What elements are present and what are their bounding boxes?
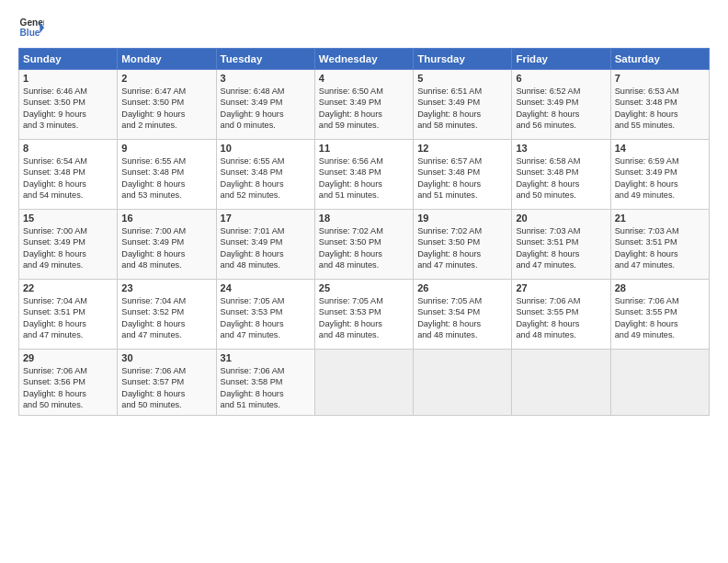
calendar-cell: 23Sunrise: 7:04 AMSunset: 3:52 PMDayligh… [118,280,216,350]
calendar-cell: 30Sunrise: 7:06 AMSunset: 3:57 PMDayligh… [118,350,216,416]
week-row-2: 8Sunrise: 6:54 AMSunset: 3:48 PMDaylight… [19,140,710,210]
header: General Blue [18,15,710,40]
cell-content: Sunrise: 6:47 AMSunset: 3:50 PMDaylight:… [121,86,211,132]
calendar-cell: 21Sunrise: 7:03 AMSunset: 3:51 PMDayligh… [610,210,709,280]
day-number: 12 [417,143,507,154]
calendar-cell: 20Sunrise: 7:03 AMSunset: 3:51 PMDayligh… [512,210,610,280]
calendar-header-row: SundayMondayTuesdayWednesdayThursdayFrid… [19,49,710,70]
cell-content: Sunrise: 6:59 AMSunset: 3:49 PMDaylight:… [615,155,705,201]
cell-content: Sunrise: 7:05 AMSunset: 3:53 PMDaylight:… [221,295,311,341]
day-number: 1 [23,73,113,84]
cell-content: Sunrise: 6:52 AMSunset: 3:49 PMDaylight:… [516,86,606,132]
calendar-cell: 19Sunrise: 7:02 AMSunset: 3:50 PMDayligh… [414,210,512,280]
day-header-monday: Monday [118,49,216,70]
svg-text:Blue: Blue [20,28,40,38]
cell-content: Sunrise: 7:06 AMSunset: 3:56 PMDaylight:… [23,365,113,411]
calendar-cell: 31Sunrise: 7:06 AMSunset: 3:58 PMDayligh… [216,350,314,416]
calendar-cell: 9Sunrise: 6:55 AMSunset: 3:48 PMDaylight… [118,140,216,210]
calendar-cell [512,350,610,416]
week-row-1: 1Sunrise: 6:46 AMSunset: 3:50 PMDaylight… [19,70,710,140]
day-number: 7 [615,73,705,84]
calendar-cell: 2Sunrise: 6:47 AMSunset: 3:50 PMDaylight… [118,70,216,140]
day-header-saturday: Saturday [610,49,709,70]
calendar-cell: 3Sunrise: 6:48 AMSunset: 3:49 PMDaylight… [216,70,314,140]
logo: General Blue [18,15,44,40]
calendar-cell: 11Sunrise: 6:56 AMSunset: 3:48 PMDayligh… [314,140,413,210]
calendar-cell: 16Sunrise: 7:00 AMSunset: 3:49 PMDayligh… [118,210,216,280]
cell-content: Sunrise: 6:48 AMSunset: 3:49 PMDaylight:… [221,86,311,132]
day-number: 18 [319,213,409,224]
cell-content: Sunrise: 7:06 AMSunset: 3:58 PMDaylight:… [221,365,311,411]
cell-content: Sunrise: 7:02 AMSunset: 3:50 PMDaylight:… [319,225,409,271]
day-number: 22 [23,282,113,293]
calendar-cell: 18Sunrise: 7:02 AMSunset: 3:50 PMDayligh… [314,210,413,280]
cell-content: Sunrise: 7:06 AMSunset: 3:55 PMDaylight:… [516,295,606,341]
logo-icon: General Blue [18,15,44,40]
day-number: 25 [319,282,409,293]
calendar-cell: 5Sunrise: 6:51 AMSunset: 3:49 PMDaylight… [414,70,512,140]
calendar-body: 1Sunrise: 6:46 AMSunset: 3:50 PMDaylight… [19,70,710,416]
calendar-cell: 14Sunrise: 6:59 AMSunset: 3:49 PMDayligh… [610,140,709,210]
cell-content: Sunrise: 6:53 AMSunset: 3:48 PMDaylight:… [615,86,705,132]
day-header-thursday: Thursday [414,49,512,70]
day-number: 31 [221,352,311,363]
calendar-cell: 22Sunrise: 7:04 AMSunset: 3:51 PMDayligh… [19,280,118,350]
calendar-cell: 6Sunrise: 6:52 AMSunset: 3:49 PMDaylight… [512,70,610,140]
calendar-page: General Blue SundayMondayTuesdayWednesda… [0,0,728,425]
cell-content: Sunrise: 6:50 AMSunset: 3:49 PMDaylight:… [319,86,409,132]
cell-content: Sunrise: 7:03 AMSunset: 3:51 PMDaylight:… [615,225,705,271]
calendar-table: SundayMondayTuesdayWednesdayThursdayFrid… [18,48,710,416]
day-number: 16 [121,213,211,224]
calendar-cell: 27Sunrise: 7:06 AMSunset: 3:55 PMDayligh… [512,280,610,350]
cell-content: Sunrise: 6:51 AMSunset: 3:49 PMDaylight:… [417,86,507,132]
cell-content: Sunrise: 7:02 AMSunset: 3:50 PMDaylight:… [417,225,507,271]
week-row-3: 15Sunrise: 7:00 AMSunset: 3:49 PMDayligh… [19,210,710,280]
cell-content: Sunrise: 6:46 AMSunset: 3:50 PMDaylight:… [23,86,113,132]
calendar-cell: 17Sunrise: 7:01 AMSunset: 3:49 PMDayligh… [216,210,314,280]
day-number: 3 [221,73,311,84]
day-number: 8 [23,143,113,154]
cell-content: Sunrise: 7:03 AMSunset: 3:51 PMDaylight:… [516,225,606,271]
calendar-cell: 1Sunrise: 6:46 AMSunset: 3:50 PMDaylight… [19,70,118,140]
calendar-cell: 29Sunrise: 7:06 AMSunset: 3:56 PMDayligh… [19,350,118,416]
day-number: 15 [23,213,113,224]
cell-content: Sunrise: 6:57 AMSunset: 3:48 PMDaylight:… [417,155,507,201]
cell-content: Sunrise: 6:58 AMSunset: 3:48 PMDaylight:… [516,155,606,201]
week-row-5: 29Sunrise: 7:06 AMSunset: 3:56 PMDayligh… [19,350,710,416]
day-number: 13 [516,143,606,154]
calendar-cell: 13Sunrise: 6:58 AMSunset: 3:48 PMDayligh… [512,140,610,210]
calendar-cell [414,350,512,416]
calendar-cell: 7Sunrise: 6:53 AMSunset: 3:48 PMDaylight… [610,70,709,140]
day-number: 20 [516,213,606,224]
calendar-cell: 28Sunrise: 7:06 AMSunset: 3:55 PMDayligh… [610,280,709,350]
cell-content: Sunrise: 6:56 AMSunset: 3:48 PMDaylight:… [319,155,409,201]
day-number: 6 [516,73,606,84]
cell-content: Sunrise: 7:06 AMSunset: 3:55 PMDaylight:… [615,295,705,341]
day-number: 23 [121,282,211,293]
calendar-cell: 10Sunrise: 6:55 AMSunset: 3:48 PMDayligh… [216,140,314,210]
calendar-cell: 12Sunrise: 6:57 AMSunset: 3:48 PMDayligh… [414,140,512,210]
day-number: 9 [121,143,211,154]
day-number: 21 [615,213,705,224]
day-header-wednesday: Wednesday [314,49,413,70]
cell-content: Sunrise: 7:00 AMSunset: 3:49 PMDaylight:… [121,225,211,271]
cell-content: Sunrise: 7:06 AMSunset: 3:57 PMDaylight:… [121,365,211,411]
day-number: 5 [417,73,507,84]
cell-content: Sunrise: 7:04 AMSunset: 3:51 PMDaylight:… [23,295,113,341]
day-number: 19 [417,213,507,224]
calendar-cell: 4Sunrise: 6:50 AMSunset: 3:49 PMDaylight… [314,70,413,140]
day-number: 28 [615,282,705,293]
cell-content: Sunrise: 7:05 AMSunset: 3:54 PMDaylight:… [417,295,507,341]
day-header-sunday: Sunday [19,49,118,70]
cell-content: Sunrise: 6:54 AMSunset: 3:48 PMDaylight:… [23,155,113,201]
day-header-friday: Friday [512,49,610,70]
calendar-cell [610,350,709,416]
cell-content: Sunrise: 7:04 AMSunset: 3:52 PMDaylight:… [121,295,211,341]
calendar-cell [314,350,413,416]
day-number: 24 [221,282,311,293]
cell-content: Sunrise: 6:55 AMSunset: 3:48 PMDaylight:… [121,155,211,201]
day-number: 14 [615,143,705,154]
week-row-4: 22Sunrise: 7:04 AMSunset: 3:51 PMDayligh… [19,280,710,350]
day-number: 27 [516,282,606,293]
day-number: 11 [319,143,409,154]
